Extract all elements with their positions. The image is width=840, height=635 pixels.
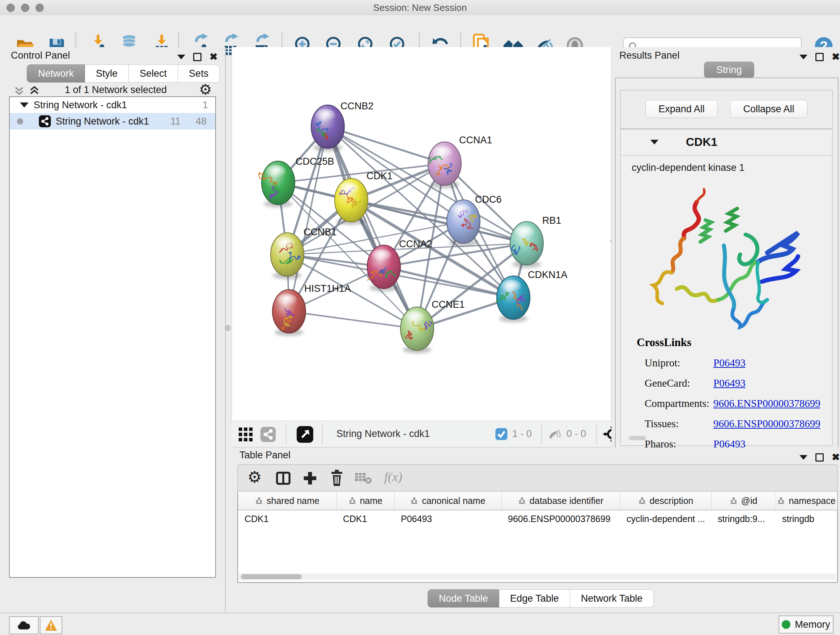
crosslink-link[interactable]: P06493 [714, 377, 745, 389]
panel-menu-icon[interactable] [799, 455, 807, 460]
crosslink-link[interactable]: P06493 [714, 357, 745, 369]
node-label-CCNE1: CCNE1 [431, 299, 465, 310]
panel-menu-icon[interactable] [799, 55, 807, 59]
warning-icon [44, 619, 57, 631]
warning-status-button[interactable] [40, 616, 62, 634]
selection-status: 1 of 1 Network selected [43, 84, 188, 96]
table-hscrollbar-thumb[interactable] [241, 574, 302, 579]
cell-description[interactable]: cyclin-dependent ... [620, 510, 711, 527]
results-hscrollbar-thumb[interactable] [629, 436, 646, 440]
table-row[interactable]: CDK1CDK1P064939606.ENSP00000378699cyclin… [238, 510, 837, 527]
network-canvas[interactable]: CCNB2CCNA1CDC25BCDK1CDC6RB1CCNB1CCNA2CDK… [232, 47, 611, 421]
column-type-icon [410, 497, 418, 505]
footer-separator [286, 424, 286, 444]
table-toolbar: ⚙ f(x) [237, 464, 838, 492]
add-column-icon[interactable] [302, 470, 318, 486]
protein-structure-image [643, 180, 802, 333]
crosslink-link[interactable]: 9606.ENSP00000378699 [714, 418, 821, 430]
network-node-HIST1H1A[interactable]: HIST1H1A [272, 283, 351, 336]
tab-style[interactable]: Style [85, 65, 129, 82]
node-label-CCNB1: CCNB1 [303, 226, 337, 238]
node-label-CCNA1: CCNA1 [459, 135, 493, 146]
control-panel-tabs: NetworkStyleSelectSets [27, 65, 219, 82]
expand-collapse-box: Expand All Collapse All [620, 90, 833, 129]
tab-network[interactable]: Network [27, 65, 85, 82]
section-expander-icon[interactable] [651, 140, 658, 144]
network-node-CDC25B[interactable]: CDC25B [259, 156, 334, 207]
collection-count: 1 [202, 100, 208, 111]
column-header-description[interactable]: description [620, 492, 712, 510]
column-header-namespace[interactable]: namespace [775, 492, 837, 510]
close-panel-icon[interactable]: ✖ [832, 453, 840, 462]
network-options-gear-icon[interactable]: ⚙ [199, 81, 212, 98]
network-share-icon[interactable] [260, 426, 276, 443]
network-node-CCNE1[interactable]: CCNE1 [401, 299, 465, 353]
control-panel: Control Panel ✖ NetworkStyleSelectSets 1… [0, 47, 226, 612]
table-hscrollbar[interactable] [239, 573, 836, 580]
function-builder-icon[interactable]: f(x) [384, 469, 402, 485]
collapse-all-icon[interactable] [13, 84, 25, 97]
crosslink-label: Uniprot: [645, 357, 714, 369]
column-header-database-identifier[interactable]: database identifier [501, 492, 621, 510]
selected-checkbox-icon[interactable] [495, 428, 508, 440]
table-panel-title: Table Panel [240, 450, 291, 461]
crosslink-row: GeneCard:P06493 [645, 373, 826, 393]
tab-string[interactable]: String [704, 62, 754, 78]
network-node-CDKN1A[interactable]: CDKN1A [496, 269, 568, 322]
cell-namespace[interactable]: stringdb [775, 510, 837, 527]
tab-select[interactable]: Select [129, 65, 178, 82]
memory-label: Memory [795, 619, 830, 630]
delete-column-icon[interactable] [328, 469, 345, 486]
tab-sets[interactable]: Sets [178, 65, 219, 82]
node-label-CDK1: CDK1 [366, 171, 393, 181]
network-row-selected[interactable]: String Network - cdk1 11 48 [10, 113, 215, 130]
float-panel-icon[interactable] [815, 453, 824, 462]
gene-section-header[interactable]: CDK1 [621, 130, 832, 156]
node-table: shared namenamecanonical namedatabase id… [237, 492, 838, 583]
cell-canonical-name[interactable]: P06493 [394, 510, 501, 527]
expand-all-button[interactable]: Expand All [645, 100, 718, 118]
network-node-CCNB2[interactable]: CCNB2 [311, 101, 374, 151]
crosslink-row: Uniprot:P06493 [645, 353, 826, 373]
tab-edge-table[interactable]: Edge Table [499, 589, 570, 608]
node-label-CDC25B: CDC25B [295, 156, 334, 167]
collection-expander-icon[interactable] [20, 103, 28, 108]
cell-name[interactable]: CDK1 [336, 510, 394, 527]
memory-button[interactable]: Memory [778, 616, 834, 633]
close-panel-icon[interactable]: ✖ [210, 52, 218, 62]
cell-database-identifier[interactable]: 9606.ENSP00000378699 [501, 510, 620, 527]
network-node-CCNA1[interactable]: CCNA1 [428, 135, 493, 188]
panel-menu-icon[interactable] [177, 55, 185, 59]
footer-separator [596, 424, 597, 444]
crosslink-link[interactable]: 9606.ENSP00000378699 [714, 397, 821, 409]
float-panel-icon[interactable] [193, 53, 202, 61]
select-columns-icon[interactable] [275, 470, 292, 486]
cell--id[interactable]: stringdb:9... [711, 510, 775, 527]
column-header-canonical-name[interactable]: canonical name [394, 492, 502, 510]
float-panel-icon[interactable] [815, 53, 824, 61]
cloud-status-button[interactable] [9, 616, 39, 634]
network-collection-row[interactable]: String Network - cdk1 1 [10, 97, 215, 113]
table-settings-gear-icon[interactable]: ⚙ [248, 468, 262, 486]
footer-separator [322, 424, 323, 444]
tab-network-table[interactable]: Network Table [570, 589, 654, 608]
cell-shared-name[interactable]: CDK1 [238, 510, 336, 527]
network-node-CCNA2[interactable]: CCNA2 [367, 239, 432, 291]
grid-view-icon[interactable] [237, 426, 254, 443]
delete-table-icon[interactable] [355, 471, 372, 485]
column-type-icon [777, 497, 785, 505]
vertical-splitter-handle[interactable] [225, 325, 231, 331]
edge-count: 48 [196, 116, 207, 127]
column-header-shared-name[interactable]: shared name [238, 492, 337, 510]
close-panel-icon[interactable]: ✖ [832, 52, 840, 62]
network-node-RB1[interactable]: RB1 [510, 215, 561, 268]
column-header--id[interactable]: @id [711, 492, 776, 510]
collapse-all-button[interactable]: Collapse All [730, 100, 807, 118]
expand-all-icon[interactable] [28, 84, 41, 97]
hidden-eye-slash-icon[interactable] [548, 428, 562, 441]
tab-node-table[interactable]: Node Table [428, 589, 499, 608]
birdseye-view-icon[interactable] [296, 425, 314, 443]
column-header-name[interactable]: name [336, 492, 395, 510]
gene-name: CDK1 [686, 135, 717, 149]
memory-status-dot [782, 620, 790, 629]
